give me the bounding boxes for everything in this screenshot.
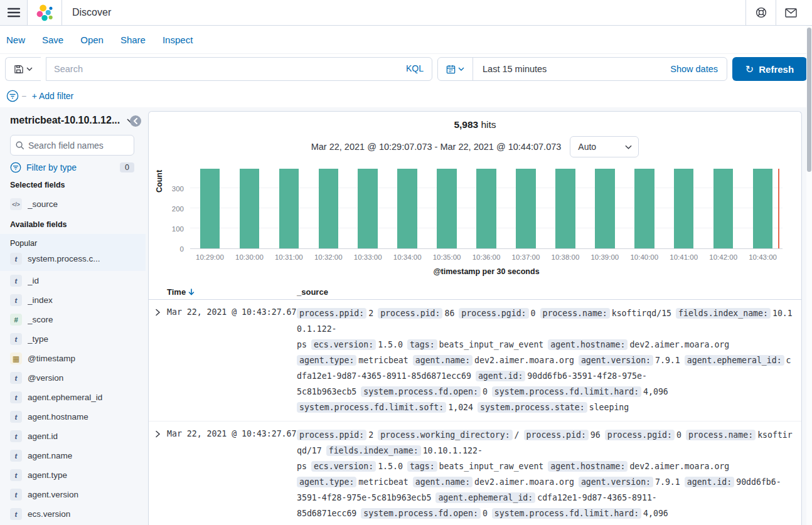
field-search-box [10, 135, 134, 156]
x-tick-label: 10:31:00 [269, 253, 309, 261]
field-name: agent.id [28, 432, 58, 441]
index-pattern-selector[interactable]: metricbeat-10.10.1.12... [10, 115, 134, 126]
histogram-bar[interactable] [516, 169, 535, 248]
field-item-_source[interactable]: </>_source [10, 194, 134, 214]
column-header-time[interactable]: Time [167, 287, 297, 297]
y-tick-label: 0 [180, 245, 184, 253]
field-item-agent.type[interactable]: tagent.type [10, 465, 134, 485]
histogram-bar[interactable] [279, 169, 299, 248]
field-item-_index[interactable]: t_index [10, 290, 134, 310]
nav-link-save[interactable]: Save [42, 34, 63, 45]
help-button[interactable] [745, 0, 776, 25]
field-item-agent.id[interactable]: tagent.id [10, 427, 134, 446]
field-item-_score[interactable]: #_score [10, 310, 134, 329]
source-field-value: 0 [531, 309, 536, 318]
source-field-value: dev2.aimer.moara.org [629, 340, 729, 349]
kql-selector[interactable]: KQL [406, 63, 424, 73]
source-field-name: fields.index_name: [676, 308, 771, 319]
histogram-bar[interactable] [595, 169, 614, 248]
source-field-name: fields.index_name: [326, 445, 421, 456]
histogram-bar[interactable] [476, 169, 496, 248]
current-time-marker [778, 169, 779, 248]
source-field-value: beats_input_raw_event [439, 462, 544, 471]
nav-link-inspect[interactable]: Inspect [163, 34, 193, 45]
histogram-bar[interactable] [713, 169, 733, 248]
source-field-name: process.pid: [524, 430, 589, 440]
nav-link-new[interactable]: New [6, 34, 25, 45]
field-item-_type[interactable]: t_type [10, 329, 134, 349]
date-quick-select-button[interactable] [438, 58, 473, 80]
scrollbar-thumb[interactable] [807, 28, 811, 172]
menu-button[interactable] [0, 0, 28, 25]
field-item-_id[interactable]: t_id [10, 271, 134, 290]
refresh-button[interactable]: ↻ Refresh [732, 57, 807, 81]
field-name: agent.version [28, 490, 78, 499]
field-item-agent.ephemeral_id[interactable]: tagent.ephemeral_id [10, 388, 134, 407]
newsfeed-button[interactable] [776, 0, 806, 25]
source-field-name: ecs.version: [311, 339, 376, 350]
source-field-name: agent.name: [413, 477, 473, 487]
field-item-agent.version[interactable]: tagent.version [10, 485, 134, 504]
time-range-display[interactable]: Last 15 minutes [473, 64, 547, 74]
histogram-bar[interactable] [437, 169, 456, 248]
mail-icon [785, 8, 797, 18]
source-field-value: 1.5.0 [378, 340, 403, 349]
source-field-name: agent.type: [297, 477, 356, 487]
source-field-value: 2 [368, 309, 373, 318]
histogram-bar[interactable] [397, 169, 417, 248]
source-field-value: 1,024 [448, 403, 473, 412]
table-row: Mar 22, 2021 @ 10:43:27.678process.ppid:… [149, 422, 801, 525]
source-field-name: process.ppid: [297, 308, 366, 319]
field-item-@version[interactable]: t@version [10, 368, 134, 388]
source-field-value: 4,096 [643, 387, 668, 396]
expand-row-button[interactable] [149, 427, 167, 521]
field-item-@timestamp[interactable]: ▦@timestamp [10, 349, 134, 368]
histogram-bar[interactable] [555, 169, 575, 248]
x-tick-label: 10:39:00 [585, 253, 624, 261]
filter-icon[interactable] [6, 90, 19, 102]
hamburger-icon [8, 8, 20, 18]
source-field-name: tags: [407, 339, 437, 350]
results-panel: 5,983 hits Mar 22, 2021 @ 10:29:07.073 -… [148, 111, 802, 525]
show-dates-link[interactable]: Show dates [670, 64, 727, 74]
field-item-ecs.version[interactable]: tecs.version [10, 504, 134, 524]
x-axis: 10:29:0010:30:0010:31:0010:32:0010:33:00… [190, 253, 783, 261]
histogram-bar[interactable] [358, 169, 377, 248]
string-type-icon: t [10, 430, 22, 442]
calendar-icon [446, 65, 456, 74]
elastic-logo[interactable] [28, 0, 61, 25]
field-item-agent.hostname[interactable]: tagent.hostname [10, 407, 134, 427]
documents-table: Time _source Mar 22, 2021 @ 10:43:27.678… [149, 284, 801, 525]
nav-link-share[interactable]: Share [120, 34, 146, 45]
search-input[interactable] [46, 57, 432, 81]
field-item-agent.name[interactable]: tagent.name [10, 446, 134, 465]
field-name: system.process.c... [28, 254, 100, 263]
interval-select[interactable]: Auto [570, 136, 639, 157]
field-item-system.process.c...[interactable]: tsystem.process.c... [10, 249, 134, 268]
source-field-name: agent.ephemeral_id: [435, 492, 535, 503]
saved-query-button[interactable] [5, 57, 41, 81]
histogram-bar[interactable] [674, 169, 693, 248]
histogram-bar[interactable] [240, 169, 259, 248]
collapse-sidebar-button[interactable] [130, 115, 141, 127]
scrollbar [806, 26, 812, 525]
histogram-bar[interactable] [634, 169, 654, 248]
nav-link-open[interactable]: Open [80, 34, 104, 45]
filter-dash: – [22, 92, 26, 100]
field-search-input[interactable] [28, 141, 129, 151]
chart-plot-area [190, 169, 783, 249]
source-field-value: 1.5.0 [378, 462, 403, 471]
source-field-value: 2 [368, 430, 373, 440]
filter-by-type[interactable]: Filter by type 0 [10, 162, 134, 173]
row-time: Mar 22, 2021 @ 10:43:27.678 [167, 305, 297, 415]
x-tick-label: 10:43:00 [743, 253, 783, 261]
histogram-bar[interactable] [753, 169, 772, 248]
add-filter-link[interactable]: + Add filter [32, 91, 74, 101]
source-field-name: process.pgid: [605, 430, 675, 440]
source-field-name: process.ppid: [297, 430, 366, 440]
row-source: process.ppid:2process.pid:86process.pgid… [297, 305, 793, 415]
string-type-icon: t [10, 469, 22, 481]
histogram-bar[interactable] [319, 169, 338, 248]
expand-row-button[interactable] [149, 305, 167, 415]
histogram-bar[interactable] [200, 169, 220, 248]
